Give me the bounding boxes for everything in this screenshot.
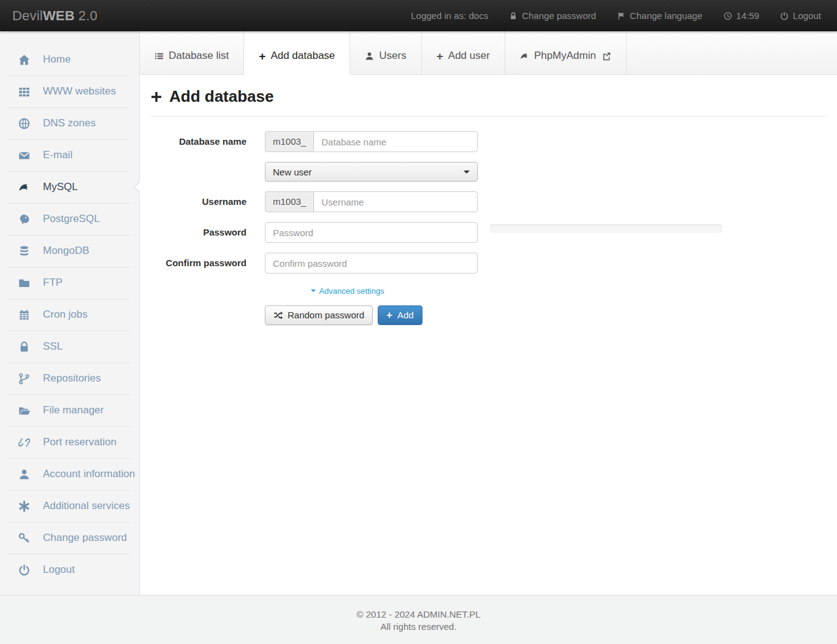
- user-icon: [365, 52, 374, 61]
- database-name-prefix: m1003_: [265, 131, 313, 152]
- sidebar-item-dns-zones[interactable]: DNS zones: [0, 107, 139, 139]
- shuffle-icon: [273, 310, 283, 320]
- globe-icon: [17, 118, 31, 129]
- sidebar-item-home[interactable]: Home: [0, 44, 139, 75]
- advanced-settings-link[interactable]: Advanced settings: [311, 286, 384, 296]
- sidebar-item-change-password[interactable]: Change password: [0, 522, 139, 554]
- sidebar-item-file-manager[interactable]: File manager: [0, 394, 139, 426]
- username-input[interactable]: [313, 191, 478, 212]
- sidebar-item-cron-jobs[interactable]: Cron jobs: [0, 299, 139, 331]
- sidebar-item-port-reservation[interactable]: Port reservation: [0, 426, 139, 458]
- sidebar-item-email[interactable]: E-mail: [0, 139, 139, 171]
- password-strength-meter: [490, 224, 722, 233]
- sidebar-item-repositories[interactable]: Repositories: [0, 362, 139, 394]
- sidebar-item-www-websites[interactable]: WWW websites: [0, 75, 139, 107]
- random-password-button[interactable]: Random password: [265, 305, 373, 325]
- form-row-password: Password: [150, 222, 827, 243]
- chevron-down-icon: [464, 171, 470, 174]
- sidebar: Home WWW websites DNS zones E-mail MySQL: [0, 31, 140, 595]
- password-input[interactable]: [265, 222, 478, 243]
- brand-bold: WEB: [43, 8, 75, 23]
- footer-copyright: © 2012 - 2024 ADMIN.NET.PL: [0, 608, 837, 621]
- confirm-password-label: Confirm password: [150, 253, 247, 268]
- flag-icon: [617, 12, 625, 20]
- mysql-dolphin-icon: [520, 52, 529, 61]
- divider: [150, 116, 827, 117]
- password-label: Password: [150, 222, 247, 237]
- lock-icon: [17, 341, 31, 353]
- plus-icon: [150, 91, 162, 103]
- confirm-password-input[interactable]: [265, 253, 478, 274]
- sidebar-item-mongodb[interactable]: MongoDB: [0, 235, 139, 267]
- sidebar-item-account-information[interactable]: Account information: [0, 458, 139, 490]
- form-row-confirm-password: Confirm password: [150, 253, 827, 274]
- asterisk-icon: [17, 500, 31, 512]
- envelope-icon: [17, 150, 31, 161]
- sidebar-item-logout[interactable]: Logout: [0, 554, 139, 586]
- sidebar-item-ftp[interactable]: FTP: [0, 267, 139, 299]
- plus-icon: +: [259, 50, 266, 62]
- postgresql-elephant-icon: [17, 213, 31, 225]
- form-row-user-select: New user: [150, 162, 827, 182]
- external-link-icon: [602, 52, 611, 61]
- tab-database-list[interactable]: Database list: [140, 31, 244, 74]
- topbar-menu: Logged in as: docs Change password Chang…: [390, 10, 821, 21]
- key-icon: [17, 532, 31, 544]
- power-icon: [780, 12, 789, 20]
- folder-icon: [17, 277, 31, 289]
- tab-add-database[interactable]: + Add database: [244, 31, 350, 74]
- plus-icon: +: [386, 310, 392, 320]
- mysql-dolphin-icon: [17, 182, 31, 193]
- sidebar-item-additional-services[interactable]: Additional services: [0, 490, 139, 522]
- sidebar-item-ssl[interactable]: SSL: [0, 331, 139, 362]
- topbar-logout[interactable]: Logout: [780, 10, 821, 21]
- logged-in-as: Logged in as: docs: [411, 10, 488, 21]
- username-prefix: m1003_: [265, 191, 313, 212]
- tab-phpmyadmin[interactable]: PhpMyAdmin: [505, 31, 627, 74]
- grid-icon: [17, 86, 31, 98]
- lock-icon: [509, 12, 518, 20]
- user-icon: [17, 469, 31, 480]
- active-item-notch: [134, 181, 140, 193]
- sidebar-item-mysql[interactable]: MySQL: [0, 171, 139, 203]
- tab-users[interactable]: Users: [350, 31, 421, 74]
- calendar-icon: [17, 309, 31, 321]
- topbar-clock: 14:59: [724, 10, 760, 21]
- add-button[interactable]: + Add: [378, 305, 422, 325]
- clock-icon: [724, 12, 732, 20]
- main-layout: Home WWW websites DNS zones E-mail MySQL: [0, 31, 837, 595]
- advanced-settings-row: Advanced settings: [265, 283, 430, 296]
- topbar-change-language[interactable]: Change language: [617, 10, 702, 21]
- list-icon: [155, 52, 164, 61]
- database-name-label: Database name: [150, 131, 247, 147]
- database-stack-icon: [17, 245, 31, 257]
- app-logo: DevilWEB2.0: [12, 8, 97, 24]
- database-name-input[interactable]: [313, 131, 478, 152]
- brand-version: 2.0: [78, 8, 97, 23]
- sidebar-menu: Home WWW websites DNS zones E-mail MySQL: [0, 44, 139, 586]
- page-title: Add database: [150, 87, 827, 106]
- plus-icon: +: [437, 50, 443, 62]
- content-area: Database list + Add database Users + Add…: [140, 31, 837, 595]
- username-label: Username: [150, 191, 247, 207]
- new-user-select[interactable]: New user: [265, 162, 478, 182]
- chevron-down-icon: [311, 289, 316, 292]
- chain-broken-icon: [17, 437, 31, 448]
- topbar: DevilWEB2.0 Logged in as: docs Change pa…: [0, 0, 837, 31]
- sidebar-item-postgresql[interactable]: PostgreSQL: [0, 203, 139, 235]
- main-panel: Add database Database name m1003_ N: [140, 75, 837, 595]
- footer-rights: All rights reserved.: [0, 621, 837, 633]
- form-actions: Random password + Add: [265, 305, 827, 325]
- user-select-label: [150, 162, 247, 167]
- brand-prefix: Devil: [12, 8, 43, 23]
- topbar-change-password[interactable]: Change password: [509, 10, 596, 21]
- home-icon: [17, 54, 31, 66]
- folder-open-icon: [17, 405, 31, 416]
- tab-add-user[interactable]: + Add user: [422, 31, 505, 74]
- tab-bar: Database list + Add database Users + Add…: [140, 31, 837, 75]
- git-branch-icon: [17, 373, 31, 385]
- footer: © 2012 - 2024 ADMIN.NET.PL All rights re…: [0, 595, 837, 644]
- form-row-username: Username m1003_: [150, 191, 827, 212]
- power-icon: [17, 564, 31, 576]
- form-row-database-name: Database name m1003_: [150, 131, 827, 152]
